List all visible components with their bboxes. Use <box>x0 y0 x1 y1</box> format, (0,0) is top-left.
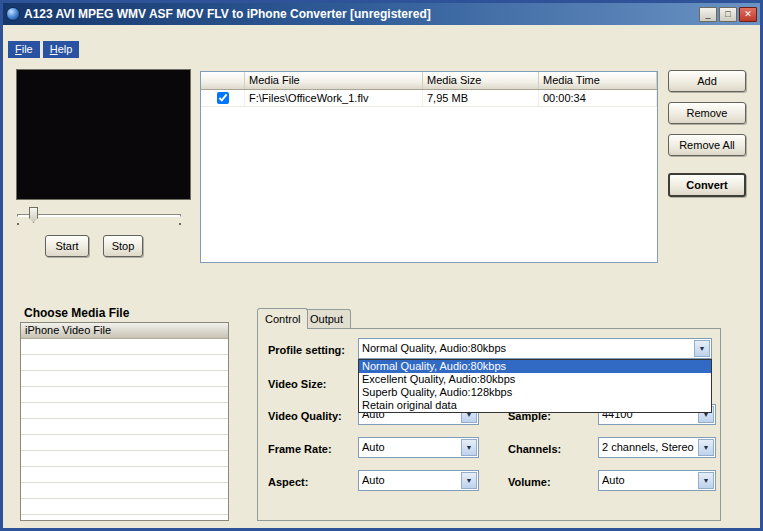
channels-label: Channels: <box>508 443 561 455</box>
media-list-header: Media File Media Size Media Time <box>201 72 657 90</box>
volume-value: Auto <box>602 471 697 490</box>
media-size-cell: 7,95 MB <box>423 90 539 106</box>
video-quality-label: Video Quality: <box>268 410 342 422</box>
maximize-button[interactable]: □ <box>719 7 737 22</box>
choose-media-file-label: Choose Media File <box>24 306 129 320</box>
window-controls: _ □ ✕ <box>699 7 757 22</box>
slider-thumb[interactable] <box>29 207 38 223</box>
profile-options-list: Normal Quality, Audio:80kbps Excellent Q… <box>358 359 712 413</box>
profile-setting-label: Profile setting: <box>268 344 345 356</box>
dropdown-arrow-icon[interactable]: ▼ <box>698 439 714 456</box>
add-button[interactable]: Add <box>668 70 746 92</box>
dropdown-arrow-icon[interactable]: ▼ <box>461 439 477 456</box>
app-icon <box>6 7 20 21</box>
profile-setting-value: Normal Quality, Audio:80kbps <box>362 339 693 358</box>
dropdown-arrow-icon[interactable]: ▼ <box>698 472 714 489</box>
media-row-checkbox[interactable] <box>217 92 229 104</box>
start-button[interactable]: Start <box>45 235 89 257</box>
media-row-check-cell <box>201 90 245 106</box>
video-preview <box>16 69 191 200</box>
media-time-cell: 00:00:34 <box>539 90 657 106</box>
media-file-cell: F:\Files\OfficeWork_1.flv <box>245 90 423 106</box>
volume-label: Volume: <box>508 476 551 488</box>
close-button[interactable]: ✕ <box>739 7 757 22</box>
frame-rate-combobox[interactable]: Auto ▼ <box>358 437 479 458</box>
header-checkbox-column[interactable] <box>201 72 245 89</box>
frame-rate-value: Auto <box>362 438 460 457</box>
tab-output[interactable]: Output <box>302 309 351 328</box>
option-excellent-quality[interactable]: Excellent Quality, Audio:80kbps <box>359 373 711 386</box>
option-superb-quality[interactable]: Superb Quality, Audio:128kbps <box>359 386 711 399</box>
list-item-iphone-video-file[interactable]: iPhone Video File <box>21 323 228 339</box>
header-media-time[interactable]: Media Time <box>539 72 657 89</box>
aspect-label: Aspect: <box>268 476 308 488</box>
dropdown-arrow-icon[interactable]: ▼ <box>461 472 477 489</box>
remove-button[interactable]: Remove <box>668 102 746 124</box>
option-retain-original[interactable]: Retain original data <box>359 399 711 412</box>
media-type-listbox[interactable]: iPhone Video File <box>20 322 229 521</box>
channels-combobox[interactable]: 2 channels, Stereo ▼ <box>598 437 716 458</box>
volume-combobox[interactable]: Auto ▼ <box>598 470 716 491</box>
video-size-label: Video Size: <box>268 378 326 390</box>
media-row[interactable]: F:\Files\OfficeWork_1.flv 7,95 MB 00:00:… <box>201 90 657 107</box>
menu-file[interactable]: File <box>8 41 40 58</box>
slider-track <box>17 214 181 217</box>
profile-setting-combobox[interactable]: Normal Quality, Audio:80kbps ▼ <box>358 338 712 359</box>
minimize-button[interactable]: _ <box>699 7 717 22</box>
menu-bar: File Help <box>8 41 79 58</box>
frame-rate-label: Frame Rate: <box>268 443 332 455</box>
tab-control[interactable]: Control <box>257 308 308 329</box>
dropdown-arrow-icon[interactable]: ▼ <box>694 340 710 357</box>
aspect-value: Auto <box>362 471 460 490</box>
aspect-combobox[interactable]: Auto ▼ <box>358 470 479 491</box>
menu-help[interactable]: Help <box>43 41 80 58</box>
convert-button[interactable]: Convert <box>668 173 746 197</box>
remove-all-button[interactable]: Remove All <box>668 134 746 156</box>
titlebar[interactable]: A123 AVI MPEG WMV ASF MOV FLV to iPhone … <box>3 3 760 25</box>
app-window: A123 AVI MPEG WMV ASF MOV FLV to iPhone … <box>0 0 763 531</box>
media-list[interactable]: Media File Media Size Media Time F:\File… <box>200 71 658 263</box>
window-title: A123 AVI MPEG WMV ASF MOV FLV to iPhone … <box>24 7 699 21</box>
seek-slider[interactable] <box>15 205 183 225</box>
option-normal-quality[interactable]: Normal Quality, Audio:80kbps <box>359 360 711 373</box>
header-media-file[interactable]: Media File <box>245 72 423 89</box>
stop-button[interactable]: Stop <box>103 235 143 257</box>
channels-value: 2 channels, Stereo <box>602 438 697 457</box>
header-media-size[interactable]: Media Size <box>423 72 539 89</box>
header-filler <box>657 72 665 89</box>
